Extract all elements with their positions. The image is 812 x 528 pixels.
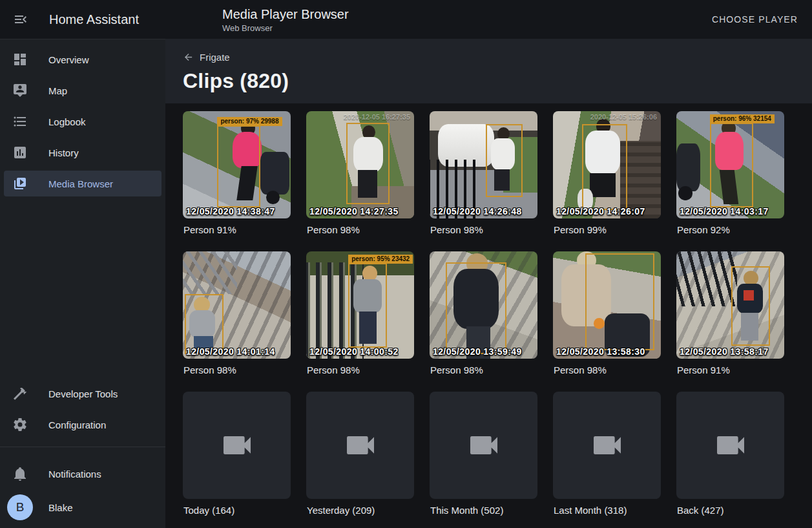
choose-player-button[interactable]: CHOOSE PLAYER — [702, 8, 808, 31]
video-icon — [219, 427, 255, 463]
clip-item[interactable]: 12/05/2020 13:59:49Person 98% — [430, 251, 537, 375]
folder-caption: Yesterday (209) — [306, 505, 414, 516]
clip-item[interactable]: person: 95% 2343212/05/2020 14:00:52Pers… — [306, 251, 414, 375]
sidebar-item-label: Overview — [48, 54, 89, 65]
avatar: B — [7, 494, 33, 520]
folder-caption: Today (164) — [183, 505, 291, 516]
clip-caption: Person 91% — [676, 364, 784, 375]
bell-icon — [12, 466, 28, 481]
folder-item-back-427[interactable]: Back (427) — [676, 392, 784, 516]
sidebar-item-configuration[interactable]: Configuration — [4, 409, 161, 440]
clip-item[interactable]: 12/05/2020 14:01:14Person 98% — [183, 251, 291, 375]
clip-item[interactable]: 2020-12-05 15:26:0612/05/2020 14:26:07Pe… — [553, 111, 661, 235]
page-title-block: Media Player Browser Web Browser — [222, 6, 349, 33]
sidebar-item-history[interactable]: History — [4, 137, 161, 168]
page-heading: Clips (820) — [183, 69, 812, 93]
timestamp-overlay: 12/05/2020 14:26:48 — [433, 206, 522, 216]
scene-shape — [678, 186, 692, 200]
clip-item[interactable]: 12/05/2020 14:26:48Person 98% — [430, 111, 537, 235]
folder-thumbnail[interactable] — [430, 392, 537, 499]
detection-label: person: 97% 29988 — [217, 117, 282, 126]
clip-item[interactable]: 2020-12-05 16:27:3512/05/2020 14:27:35Pe… — [306, 111, 414, 235]
scene-shape — [260, 152, 289, 195]
timestamp-overlay: 12/05/2020 14:26:07 — [556, 206, 645, 216]
clips-grid: person: 97% 2998812/05/2020 14:38:47Pers… — [165, 103, 812, 516]
folder-item-yesterday-209[interactable]: Yesterday (209) — [306, 392, 414, 516]
sidebar-item-label: Logbook — [48, 116, 86, 127]
clip-thumbnail[interactable]: 12/05/2020 14:01:14 — [183, 251, 291, 359]
folder-caption: Last Month (318) — [553, 505, 661, 516]
clip-caption: Person 98% — [183, 364, 291, 375]
sidebar-item-map[interactable]: Map — [4, 75, 161, 106]
detection-bounding-box — [346, 123, 390, 204]
arrow-left-icon — [183, 52, 194, 63]
video-icon — [589, 427, 625, 463]
sidebar-nav: OverviewMapLogbookHistoryMedia Browser — [0, 39, 165, 199]
hammer-icon — [12, 386, 28, 401]
folder-thumbnail[interactable] — [306, 392, 414, 499]
sidebar-bottom: Developer ToolsConfiguration Notificatio… — [0, 374, 165, 528]
folder-thumbnail[interactable] — [553, 392, 661, 499]
folder-item-last-month-318[interactable]: Last Month (318) — [553, 392, 661, 516]
folder-caption: Back (427) — [676, 505, 784, 516]
detection-bounding-box — [731, 266, 770, 346]
detection-bounding-box — [185, 294, 224, 354]
folder-item-this-month-502[interactable]: This Month (502) — [430, 392, 537, 516]
sidebar-item-media-browser[interactable]: Media Browser — [4, 171, 161, 196]
folder-item-today-164[interactable]: Today (164) — [183, 392, 291, 516]
clip-item[interactable]: person: 97% 2998812/05/2020 14:38:47Pers… — [183, 111, 291, 235]
sidebar-item-overview[interactable]: Overview — [4, 44, 161, 75]
logbook-list-icon — [12, 114, 28, 129]
clip-thumbnail[interactable]: person: 95% 2343212/05/2020 14:00:52 — [306, 251, 414, 359]
sidebar-item-label: History — [48, 147, 79, 158]
app-title: Home Assistant — [49, 12, 139, 27]
timestamp-overlay: 12/05/2020 14:00:52 — [309, 346, 399, 357]
detection-bounding-box — [486, 124, 523, 197]
folder-caption: This Month (502) — [430, 505, 537, 516]
clip-item[interactable]: 12/05/2020 13:58:30Person 98% — [553, 251, 661, 375]
clip-thumbnail[interactable]: person: 96% 3215412/05/2020 14:03:17 — [676, 111, 784, 218]
sidebar-item-user[interactable]: B Blake — [4, 489, 161, 525]
clip-thumbnail[interactable]: 12/05/2020 13:58:30 — [553, 251, 661, 359]
gear-icon — [12, 417, 28, 432]
timestamp-overlay: 12/05/2020 14:03:17 — [680, 206, 769, 216]
breadcrumb-label: Frigate — [200, 52, 230, 63]
page-subtitle: Web Browser — [222, 23, 349, 33]
clip-thumbnail[interactable]: 2020-12-05 16:27:3512/05/2020 14:27:35 — [306, 111, 414, 218]
clip-caption: Person 92% — [676, 224, 784, 235]
main-content: Frigate Clips (820) person: 97% 2998812/… — [165, 39, 812, 528]
clip-item[interactable]: person: 96% 3215412/05/2020 14:03:17Pers… — [676, 111, 784, 235]
clip-item[interactable]: 12/05/2020 13:58:17Person 91% — [676, 251, 784, 375]
clip-thumbnail[interactable]: 12/05/2020 13:58:17 — [676, 251, 784, 359]
media-browser-icon — [12, 176, 28, 191]
sidebar-item-label: Map — [48, 85, 67, 96]
detection-bounding-box — [585, 253, 654, 350]
folder-thumbnail[interactable] — [183, 392, 291, 499]
breadcrumb[interactable]: Frigate — [183, 52, 230, 63]
detection-label: person: 96% 32154 — [710, 114, 775, 123]
video-icon — [466, 427, 502, 463]
clip-caption: Person 99% — [553, 224, 661, 235]
clip-thumbnail[interactable]: 12/05/2020 13:59:49 — [430, 251, 537, 359]
clip-thumbnail[interactable]: person: 97% 2998812/05/2020 14:38:47 — [183, 111, 291, 218]
timestamp-overlay: 12/05/2020 13:58:17 — [680, 346, 769, 357]
sidebar-item-developer-tools[interactable]: Developer Tools — [4, 378, 161, 409]
sidebar-divider — [0, 447, 165, 447]
content-header: Frigate Clips (820) — [165, 39, 812, 103]
clip-thumbnail[interactable]: 2020-12-05 15:26:0612/05/2020 14:26:07 — [553, 111, 661, 218]
sidebar-item-notifications[interactable]: Notifications — [4, 458, 161, 489]
detection-bounding-box — [582, 124, 627, 210]
scene-shape — [183, 251, 237, 294]
clip-caption: Person 98% — [306, 224, 414, 235]
app-header: Home Assistant Media Player Browser Web … — [0, 0, 812, 39]
detection-bounding-box: person: 97% 29988 — [217, 125, 260, 208]
menu-open-button[interactable] — [5, 4, 36, 35]
sidebar-item-label: Media Browser — [48, 178, 113, 189]
detection-bounding-box: person: 95% 23432 — [348, 263, 387, 348]
clip-thumbnail[interactable]: 12/05/2020 14:26:48 — [430, 111, 537, 218]
folder-thumbnail[interactable] — [676, 392, 784, 499]
video-icon — [713, 427, 749, 463]
history-chart-icon — [12, 145, 28, 160]
sidebar-item-logbook[interactable]: Logbook — [4, 106, 161, 137]
camera-timestamp-overlay: 2020-12-05 15:26:06 — [590, 113, 657, 121]
